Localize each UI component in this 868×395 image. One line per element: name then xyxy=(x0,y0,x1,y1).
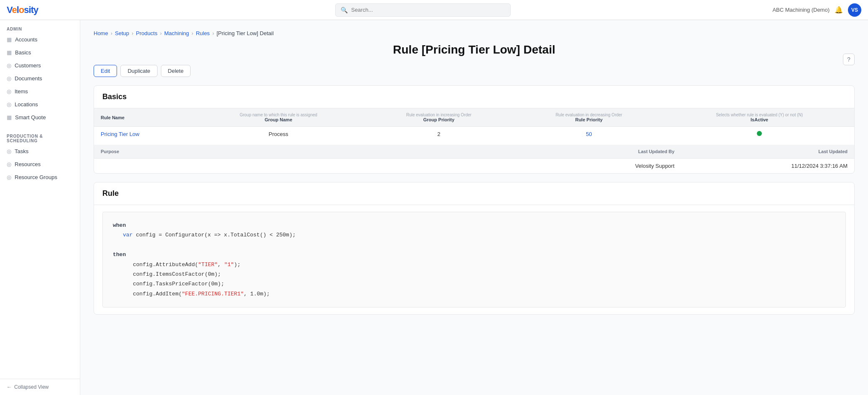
breadcrumb-machining[interactable]: Machining xyxy=(164,30,189,36)
delete-button[interactable]: Delete xyxy=(161,65,191,77)
breadcrumb-sep-3: › xyxy=(160,30,162,36)
sidebar-item-accounts[interactable]: ▦ Accounts xyxy=(0,33,80,46)
tasks-icon: ◎ xyxy=(7,148,11,154)
sidebar-item-resource-groups[interactable]: ◎ Resource Groups xyxy=(0,171,80,184)
code-line-tasks-price: config.TasksPriceFactor(0m); xyxy=(113,279,835,289)
col-rule-priority: Rule evaluation in decreasing Order Rule… xyxy=(513,108,664,127)
topnav: Velosity 🔍 ABC Machining (Demo) 🔔 VS xyxy=(0,0,868,20)
code-line-add-item: config.AddItem("FEE.PRICING.TIER1", 1.0m… xyxy=(113,289,835,299)
accounts-icon: ▦ xyxy=(7,36,12,43)
var-keyword: var xyxy=(123,232,132,238)
basics-icon: ▦ xyxy=(7,49,12,56)
sidebar: ADMIN ▦ Accounts ▦ Basics ◎ Customers ◎ … xyxy=(0,20,80,395)
breadcrumb-sep-5: › xyxy=(212,30,214,36)
search-input-wrap[interactable]: 🔍 xyxy=(335,3,511,17)
code-line-empty1 xyxy=(113,240,835,250)
edit-button[interactable]: Edit xyxy=(94,65,117,77)
rule-card: Rule when var config = Configurator(x =>… xyxy=(94,182,855,315)
action-bar: Edit Duplicate Delete xyxy=(94,65,855,77)
col-group-name-main: Group Name xyxy=(199,117,358,122)
sidebar-item-resources[interactable]: ◎ Resources xyxy=(0,158,80,171)
sidebar-item-documents[interactable]: ◎ Documents xyxy=(0,72,80,85)
collapse-view[interactable]: ← Collapsed View xyxy=(0,379,80,395)
purpose-table: Purpose Last Updated By Last Updated Vel… xyxy=(94,145,854,173)
breadcrumb-products[interactable]: Products xyxy=(136,30,157,36)
active-indicator xyxy=(757,131,762,136)
col-rule-name: Rule Name xyxy=(94,108,192,127)
sidebar-item-tasks[interactable]: ◎ Tasks xyxy=(0,145,80,158)
breadcrumb-sep-2: › xyxy=(132,30,133,36)
is-active-cell xyxy=(664,127,854,142)
basics-header: Basics xyxy=(94,86,854,108)
rule-name-cell[interactable]: Pricing Tier Low xyxy=(94,127,192,142)
page-title: Rule [Pricing Tier Low] Detail xyxy=(94,43,855,56)
smart-quote-icon: ▦ xyxy=(7,114,12,121)
col-group-priority: Rule evaluation in increasing Order Grou… xyxy=(364,108,513,127)
col-is-active: Selects whether rule is evaluated (Y) or… xyxy=(664,108,854,127)
search-input[interactable] xyxy=(351,7,505,13)
sidebar-item-items[interactable]: ◎ Items xyxy=(0,85,80,98)
basics-table: Rule Name Group name to which this rule … xyxy=(94,108,854,141)
duplicate-button[interactable]: Duplicate xyxy=(120,65,157,77)
sidebar-item-smart-quote[interactable]: ▦ Smart Quote xyxy=(0,111,80,124)
group-priority-cell: 2 xyxy=(364,127,513,142)
sidebar-item-items-label: Items xyxy=(15,88,28,95)
breadcrumb-sep-1: › xyxy=(111,30,112,36)
last-updated-value: 11/12/2024 3:37:16 AM xyxy=(681,159,854,174)
locations-icon: ◎ xyxy=(7,101,11,108)
code-line-then: then xyxy=(113,250,835,259)
table-row: Pricing Tier Low Process 2 50 xyxy=(94,127,854,142)
resources-icon: ◎ xyxy=(7,161,11,167)
col-last-updated-by: Last Updated By xyxy=(550,145,681,159)
col-last-updated: Last Updated xyxy=(681,145,854,159)
rule-code-block: when var config = Configurator(x => x.To… xyxy=(102,212,846,308)
rule-header: Rule xyxy=(94,182,854,205)
resource-groups-icon: ◎ xyxy=(7,174,11,180)
sidebar-item-customers[interactable]: ◎ Customers xyxy=(0,59,80,72)
tenant-label: ABC Machining (Demo) xyxy=(772,7,830,13)
sidebar-item-resource-groups-label: Resource Groups xyxy=(15,174,57,180)
layout: ADMIN ▦ Accounts ▦ Basics ◎ Customers ◎ … xyxy=(0,20,868,395)
sidebar-item-smart-quote-label: Smart Quote xyxy=(15,114,46,121)
purpose-row: Velosity Support 11/12/2024 3:37:16 AM xyxy=(94,159,854,174)
sidebar-item-documents-label: Documents xyxy=(15,75,42,82)
topnav-right: ABC Machining (Demo) 🔔 VS xyxy=(772,3,861,17)
notification-bell-icon[interactable]: 🔔 xyxy=(835,6,843,14)
code-line-attribute-add: config.AttributeAdd("TIER", "1"); xyxy=(113,260,835,269)
breadcrumb-sep-4: › xyxy=(191,30,193,36)
basics-card: Basics Rule Name Group name to which thi… xyxy=(94,85,855,174)
code-config-assign: config = Configurator(x => x.TotalCost()… xyxy=(136,232,295,238)
sidebar-item-accounts-label: Accounts xyxy=(15,36,37,43)
purpose-value xyxy=(94,159,550,174)
breadcrumb-setup[interactable]: Setup xyxy=(115,30,129,36)
documents-icon: ◎ xyxy=(7,75,11,82)
col-rule-priority-sub: Rule evaluation in decreasing Order xyxy=(520,113,658,117)
col-group-name-sub: Group name to which this rule is assigne… xyxy=(199,113,358,117)
sidebar-item-basics[interactable]: ▦ Basics xyxy=(0,46,80,59)
sidebar-item-locations[interactable]: ◎ Locations xyxy=(0,98,80,111)
avatar[interactable]: VS xyxy=(848,3,861,17)
string-1: "1" xyxy=(224,262,234,268)
sidebar-item-tasks-label: Tasks xyxy=(15,148,28,154)
sidebar-item-basics-label: Basics xyxy=(15,49,31,56)
collapse-label: Collapsed View xyxy=(14,384,49,390)
col-purpose: Purpose xyxy=(94,145,550,159)
admin-section-label: ADMIN xyxy=(0,20,80,33)
customers-icon: ◎ xyxy=(7,62,11,69)
col-rule-name-main: Rule Name xyxy=(101,115,186,120)
breadcrumb-rules[interactable]: Rules xyxy=(196,30,210,36)
rule-priority-cell: 50 xyxy=(513,127,664,142)
search-icon: 🔍 xyxy=(341,7,348,13)
col-is-active-sub: Selects whether rule is evaluated (Y) or… xyxy=(671,113,848,117)
search-bar: 🔍 xyxy=(74,3,772,17)
sidebar-item-customers-label: Customers xyxy=(15,62,41,69)
help-button[interactable]: ? xyxy=(843,54,855,65)
breadcrumb-current: [Pricing Tier Low] Detail xyxy=(216,30,274,36)
keyword-then: then xyxy=(113,251,126,258)
col-is-active-main: IsActive xyxy=(671,117,848,122)
string-tier: "TIER" xyxy=(198,262,218,268)
breadcrumb-home[interactable]: Home xyxy=(94,30,108,36)
col-group-priority-sub: Rule evaluation in increasing Order xyxy=(371,113,507,117)
col-rule-priority-main: Rule Priority xyxy=(520,117,658,122)
sidebar-item-resources-label: Resources xyxy=(15,161,41,167)
